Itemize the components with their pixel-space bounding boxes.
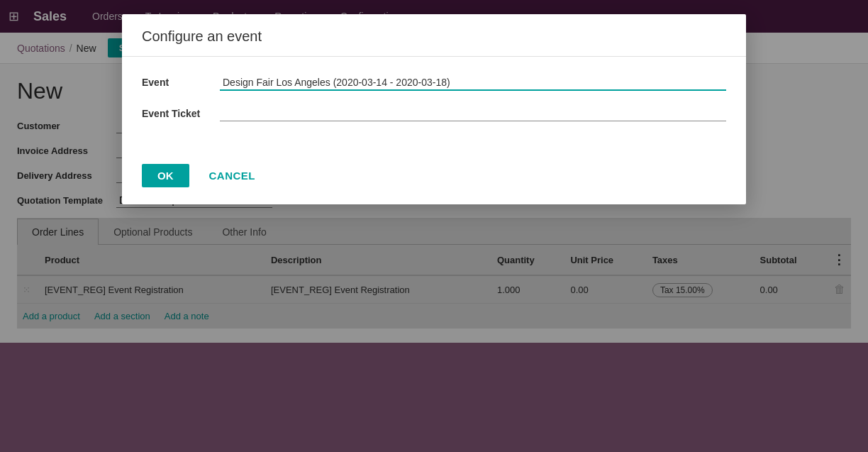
event-field: Event (142, 74, 726, 91)
configure-event-dialog: Configure an event Event Event Ticket OK… (122, 14, 746, 204)
dialog-overlay: Configure an event Event Event Ticket OK… (0, 0, 868, 343)
event-input[interactable] (220, 74, 726, 91)
dialog-header: Configure an event (122, 14, 746, 57)
ok-button[interactable]: OK (142, 164, 189, 187)
event-ticket-label: Event Ticket (142, 108, 220, 119)
dialog-body: Event Event Ticket (122, 57, 746, 153)
dialog-footer: OK CANCEL (122, 153, 746, 204)
event-ticket-field: Event Ticket (142, 105, 726, 121)
event-label: Event (142, 77, 220, 88)
cancel-button[interactable]: CANCEL (201, 164, 265, 187)
event-ticket-input[interactable] (220, 105, 726, 121)
dialog-title: Configure an event (142, 28, 262, 44)
